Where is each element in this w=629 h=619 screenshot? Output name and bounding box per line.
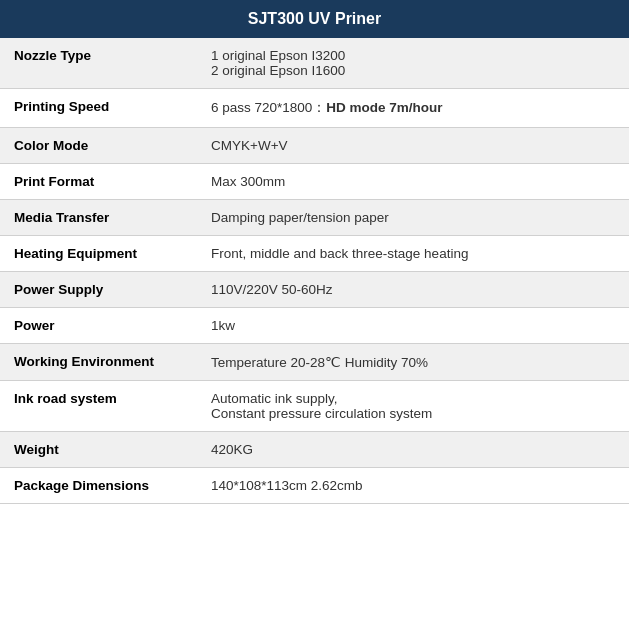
row-value-2: CMYK+W+V <box>197 128 629 164</box>
row-label-0: Nozzle Type <box>0 38 197 89</box>
row-label-8: Working Environment <box>0 344 197 381</box>
row-value-11: 140*108*113cm 2.62cmb <box>197 468 629 504</box>
row-label-9: Ink road system <box>0 381 197 432</box>
spec-table: Nozzle Type1 original Epson I32002 origi… <box>0 38 629 504</box>
row-value-1: 6 pass 720*1800：HD mode 7m/hour <box>197 89 629 128</box>
row-value-9: Automatic ink supply,Constant pressure c… <box>197 381 629 432</box>
row-value-6: 110V/220V 50-60Hz <box>197 272 629 308</box>
table-title: SJT300 UV Priner <box>248 10 381 27</box>
row-value-8: Temperature 20-28℃ Humidity 70% <box>197 344 629 381</box>
row-value-7: 1kw <box>197 308 629 344</box>
row-label-2: Color Mode <box>0 128 197 164</box>
row-label-4: Media Transfer <box>0 200 197 236</box>
row-label-7: Power <box>0 308 197 344</box>
value-prefix-1: 6 pass 720*1800： <box>211 100 326 115</box>
row-label-11: Package Dimensions <box>0 468 197 504</box>
row-value-3: Max 300mm <box>197 164 629 200</box>
row-label-3: Print Format <box>0 164 197 200</box>
row-value-10: 420KG <box>197 432 629 468</box>
row-value-5: Front, middle and back three-stage heati… <box>197 236 629 272</box>
row-label-10: Weight <box>0 432 197 468</box>
row-value-0: 1 original Epson I32002 original Epson I… <box>197 38 629 89</box>
row-label-6: Power Supply <box>0 272 197 308</box>
spec-table-container: SJT300 UV Priner Nozzle Type1 original E… <box>0 0 629 504</box>
table-header: SJT300 UV Priner <box>0 0 629 38</box>
row-value-4: Damping paper/tension paper <box>197 200 629 236</box>
row-label-5: Heating Equipment <box>0 236 197 272</box>
value-bold-1: HD mode 7m/hour <box>326 100 442 115</box>
row-label-1: Printing Speed <box>0 89 197 128</box>
